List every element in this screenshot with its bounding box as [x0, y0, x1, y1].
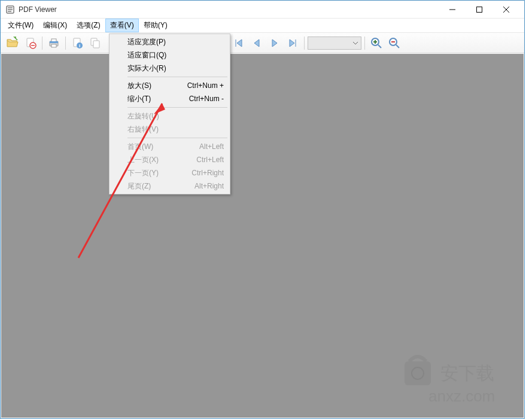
info-button[interactable]: i	[69, 35, 86, 51]
svg-rect-10	[51, 44, 56, 47]
view-dropdown-menu: 适应宽度(P) 适应窗口(Q) 实际大小(R) 放大(S) Ctrl+Num +…	[109, 34, 230, 194]
app-icon	[5, 5, 15, 14]
menu-rotate-left[interactable]: 左旋转(U)	[111, 109, 229, 123]
svg-line-22	[396, 45, 399, 48]
menu-help[interactable]: 帮助(Y)	[139, 19, 172, 32]
first-page-button[interactable]	[230, 35, 247, 51]
toolbar-separator	[42, 36, 42, 50]
menu-last-page[interactable]: 尾页(Z) Alt+Right	[111, 179, 229, 193]
svg-line-18	[378, 45, 381, 48]
copy-button[interactable]	[87, 35, 104, 51]
menu-zoom-in[interactable]: 放大(S) Ctrl+Num +	[111, 79, 229, 92]
menu-first-page[interactable]: 首页(W) Alt+Left	[111, 140, 229, 153]
svg-rect-16	[93, 41, 99, 48]
close-button[interactable]	[492, 1, 519, 18]
window-title: PDF Viewer	[19, 5, 439, 14]
print-button[interactable]	[45, 35, 62, 51]
toolbar: i	[1, 33, 524, 53]
svg-rect-2	[476, 7, 482, 12]
close-file-button[interactable]	[22, 35, 39, 51]
menu-actual-size[interactable]: 实际大小(R)	[111, 62, 229, 75]
toolbar-separator	[65, 36, 66, 50]
chevron-down-icon	[352, 40, 358, 46]
menu-fit-width[interactable]: 适应宽度(P)	[111, 35, 229, 48]
maximize-button[interactable]	[466, 1, 492, 18]
last-page-button[interactable]	[284, 35, 301, 51]
menu-next-page[interactable]: 下一页(Y) Ctrl+Right	[111, 166, 229, 179]
zoom-out-button[interactable]	[386, 35, 403, 51]
svg-rect-11	[50, 41, 58, 43]
dropdown-separator	[127, 77, 227, 77]
menu-rotate-right[interactable]: 右旋转(V)	[111, 123, 229, 136]
prev-page-button[interactable]	[248, 35, 265, 51]
menu-zoom-out[interactable]: 缩小(T) Ctrl+Num -	[111, 92, 229, 105]
menu-edit[interactable]: 编辑(X)	[38, 19, 72, 32]
menu-fit-window[interactable]: 适应窗口(Q)	[111, 48, 229, 62]
menu-options[interactable]: 选项(Z)	[72, 19, 105, 32]
dropdown-separator	[127, 107, 227, 108]
document-area	[1, 54, 524, 418]
menu-file[interactable]: 文件(W)	[3, 19, 38, 32]
toolbar-separator	[364, 36, 365, 50]
menu-prev-page[interactable]: 上一页(X) Ctrl+Left	[111, 153, 229, 166]
menubar: 文件(W) 编辑(X) 选项(Z) 查看(V) 帮助(Y)	[1, 19, 524, 33]
window-controls	[439, 1, 519, 18]
svg-text:i: i	[79, 43, 80, 48]
dropdown-separator	[127, 138, 227, 138]
zoom-in-button[interactable]	[368, 35, 385, 51]
open-button[interactable]	[4, 35, 21, 51]
menu-view[interactable]: 查看(V)	[105, 19, 139, 32]
zoom-combo[interactable]	[308, 36, 361, 50]
minimize-button[interactable]	[439, 1, 466, 18]
titlebar: PDF Viewer	[1, 1, 524, 19]
app-window: PDF Viewer 文件(W) 编辑(X) 选项(Z) 查看(V) 帮助(Y)	[0, 0, 525, 419]
next-page-button[interactable]	[266, 35, 283, 51]
toolbar-separator	[304, 36, 305, 50]
